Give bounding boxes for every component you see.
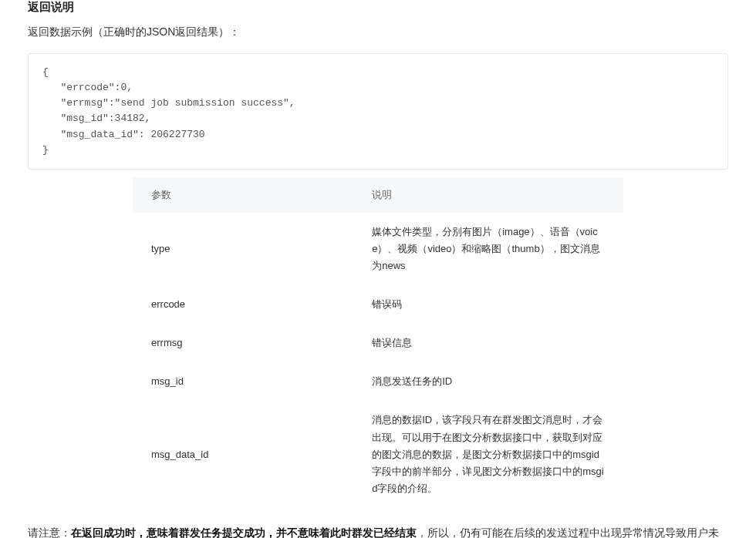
json-example-code: { "errcode":0, "errmsg":"send job submis… (28, 53, 728, 170)
param-desc-cell: 媒体文件类型，分别有图片（image）、语音（voice）、视频（video）和… (353, 213, 623, 285)
param-name-cell: errmsg (133, 324, 353, 362)
param-name-cell: msg_data_id (133, 401, 353, 507)
param-desc-cell: 错误码 (353, 285, 623, 324)
notice-paragraph: 请注意：在返回成功时，意味着群发任务提交成功，并不意味着此时群发已经结束，所以，… (28, 523, 728, 538)
table-header-row: 参数 说明 (133, 177, 623, 213)
params-table: 参数 说明 type媒体文件类型，分别有图片（image）、语音（voice）、… (133, 177, 623, 508)
intro-text: 返回数据示例（正确时的JSON返回结果）： (28, 25, 728, 39)
notice-prefix: 请注意： (28, 526, 71, 538)
param-name-cell: msg_id (133, 362, 353, 401)
param-desc-cell: 消息的数据ID，该字段只有在群发图文消息时，才会出现。可以用于在图文分析数据接口… (353, 401, 623, 507)
table-row: errmsg错误信息 (133, 324, 623, 362)
table-row: errcode错误码 (133, 285, 623, 324)
section-heading: 返回说明 (28, 0, 728, 15)
param-name-cell: errcode (133, 285, 353, 324)
notice-bold-1: 在返回成功时，意味着群发任务提交成功，并不意味着此时群发已经结束 (71, 526, 417, 538)
table-row: msg_data_id消息的数据ID，该字段只有在群发图文消息时，才会出现。可以… (133, 401, 623, 507)
table-row: type媒体文件类型，分别有图片（image）、语音（voice）、视频（vid… (133, 213, 623, 285)
param-desc-cell: 错误信息 (353, 324, 623, 362)
param-desc-cell: 消息发送任务的ID (353, 362, 623, 401)
col-header-desc: 说明 (353, 177, 623, 213)
param-name-cell: type (133, 213, 353, 285)
col-header-param: 参数 (133, 177, 353, 213)
table-row: msg_id消息发送任务的ID (133, 362, 623, 401)
